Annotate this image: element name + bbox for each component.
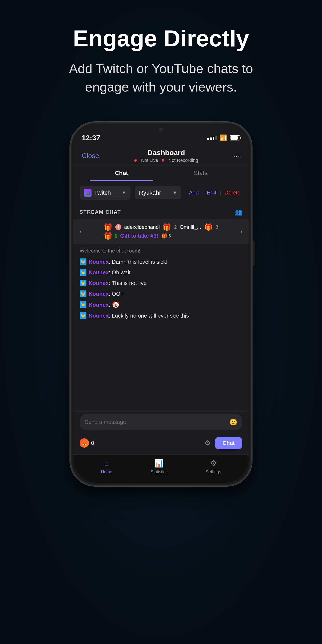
chat-username-3: Kounex <box>88 291 109 297</box>
twitch-icon: 📺 <box>84 189 92 196</box>
gift-rank-badge: 1 <box>115 224 121 230</box>
chat-avatar-5: 👑 <box>80 312 86 319</box>
chat-message-3: 👑 Kounex: OOF <box>80 290 242 298</box>
chat-message-0: 👑 Kounex: Damn this level is sick! <box>80 258 242 266</box>
crown-icon-3: 👑 <box>81 292 85 296</box>
crown-icon-0: 👑 <box>81 259 85 264</box>
chat-username-1: Kounex <box>88 269 109 276</box>
bottom-nav: ⌂ Home 📊 Statistics ⚙ Settings <box>73 454 249 483</box>
header-center: Dashboard Not Live Not Recording <box>134 148 198 163</box>
gift-icon-3: 🎁 <box>204 223 213 231</box>
status-icons: 📶 <box>207 134 240 141</box>
not-recording-label: Not Recording <box>168 158 198 163</box>
app-header: Close Dashboard Not Live Not Recording ·… <box>73 144 249 166</box>
chat-avatar-4: 👑 <box>80 301 86 308</box>
phone-device: 12:37 📶 Close <box>70 122 252 486</box>
chat-text-3: : OOF <box>109 291 124 297</box>
channel-label: Ryukahr <box>139 190 170 196</box>
chat-text-0: : Damn this level is sick! <box>109 259 167 265</box>
gift-count-1: 🎁 5 <box>162 233 171 239</box>
nav-settings[interactable]: ⚙ Settings <box>206 459 221 474</box>
signal-icon <box>207 136 217 140</box>
settings-icon: ⚙ <box>210 459 217 468</box>
platform-dropdown[interactable]: 📺 Twitch ▼ <box>80 186 130 200</box>
status-time: 12:37 <box>82 134 100 142</box>
user-avatar: 🦊 <box>80 438 89 448</box>
phone-side-button <box>252 240 255 266</box>
not-live-dot <box>134 159 137 162</box>
chat-avatar-3: 👑 <box>80 290 86 297</box>
crown-icon-4: 👑 <box>81 302 85 307</box>
gift-row-2: 🎁 3 Gift to take #3! 🎁 5 <box>104 232 171 240</box>
not-recording-dot <box>162 159 164 162</box>
crown-icon-2: 👑 <box>81 281 85 285</box>
phone-screen: 12:37 📶 Close <box>73 125 249 483</box>
welcome-message: Welcome to the chat room! <box>80 248 242 254</box>
page-heading: Engage Directly <box>69 26 253 51</box>
chat-avatar-0: 👑 <box>80 258 86 265</box>
statistics-icon: 📊 <box>154 459 164 468</box>
platform-label: Twitch <box>94 190 119 196</box>
bottom-action-bar: 🦊 0 ⚙ Chat <box>73 434 249 454</box>
chat-text-2: : This is not live <box>109 280 146 286</box>
chat-message-2: 👑 Kounex: This is not live <box>80 279 242 287</box>
gift-icon-4: 🎁 <box>104 232 112 240</box>
chat-username-0: Kounex <box>88 259 109 265</box>
chat-username-2: Kounex <box>88 280 109 286</box>
platform-arrow-icon: ▼ <box>122 190 126 196</box>
more-button[interactable]: ··· <box>233 152 240 160</box>
home-icon: ⌂ <box>104 459 109 468</box>
channel-dropdown[interactable]: Ryukahr ▼ <box>135 186 181 199</box>
stream-chat-title: STREAM CHAT <box>80 209 121 215</box>
nav-home-label: Home <box>101 470 112 474</box>
chat-text-5: : Luckily no one will ever see this <box>109 312 189 319</box>
dropdowns-row: 📺 Twitch ▼ Ryukahr ▼ Add | Edit | Delete <box>73 181 249 205</box>
gift-prev-button[interactable]: ‹ <box>80 228 82 235</box>
point-count: 0 <box>91 440 94 446</box>
stream-chat-header: STREAM CHAT 👥 <box>73 205 249 220</box>
chat-text-4: : 🤡 <box>109 302 120 308</box>
wifi-icon: 📶 <box>220 134 227 141</box>
users-icon[interactable]: 👥 <box>235 209 242 216</box>
chat-avatar-2: 👑 <box>80 280 86 286</box>
chat-username-5: Kounex <box>88 312 109 319</box>
close-button[interactable]: Close <box>82 152 99 160</box>
phone-camera <box>159 128 163 132</box>
battery-icon <box>230 135 240 140</box>
nav-home[interactable]: ⌂ Home <box>101 459 112 474</box>
nav-statistics[interactable]: 📊 Statistics <box>150 459 168 474</box>
gift-username-1: adexcidephanol <box>124 224 160 230</box>
message-input-field[interactable]: Send a message 🙂 <box>80 414 242 430</box>
delete-button[interactable]: Delete <box>221 188 244 198</box>
gift-action-label: Gift to take #3! <box>120 232 158 239</box>
chat-message-1: 👑 Kounex: Oh wait <box>80 268 242 276</box>
chat-send-button[interactable]: Chat <box>215 437 242 449</box>
chat-avatar-1: 👑 <box>80 269 86 276</box>
gift-next-button[interactable]: › <box>240 228 242 235</box>
dashboard-title: Dashboard <box>134 148 198 157</box>
gift-count-3: 3 <box>216 224 218 230</box>
tab-chat[interactable]: Chat <box>82 166 161 181</box>
phone-frame: 12:37 📶 Close <box>70 122 252 486</box>
user-info: 🦊 0 <box>80 438 94 448</box>
chat-username-4: Kounex <box>88 302 109 308</box>
gift-username-2: Omniii_... <box>180 224 201 230</box>
page-subheading: Add Twitch or YouTube chats toengage wit… <box>69 60 253 96</box>
gift-count-2: 2 <box>174 224 177 230</box>
message-input-row: Send a message 🙂 <box>73 410 249 434</box>
nav-statistics-label: Statistics <box>150 470 168 474</box>
tab-stats[interactable]: Stats <box>161 166 240 181</box>
edit-button[interactable]: Edit <box>204 188 220 198</box>
add-button[interactable]: Add <box>186 188 202 198</box>
settings-gear-icon[interactable]: ⚙ <box>204 439 210 447</box>
chat-text-1: : Oh wait <box>109 269 130 276</box>
channel-arrow-icon: ▼ <box>172 190 177 196</box>
crown-icon-1: 👑 <box>81 270 85 275</box>
gift-banner: ‹ 🎁 1 adexcidephanol 🎁 2 Omniii_... 🎁 3 <box>73 220 249 244</box>
crown-icon-5: 👑 <box>81 313 85 318</box>
nav-settings-label: Settings <box>206 470 221 474</box>
gift-rank-badge-2: 3 <box>115 234 117 238</box>
app-body: 📺 Twitch ▼ Ryukahr ▼ Add | Edit | Delete <box>73 181 249 483</box>
emoji-button[interactable]: 🙂 <box>230 418 237 426</box>
chat-message-5: 👑 Kounex: Luckily no one will ever see t… <box>80 312 242 320</box>
